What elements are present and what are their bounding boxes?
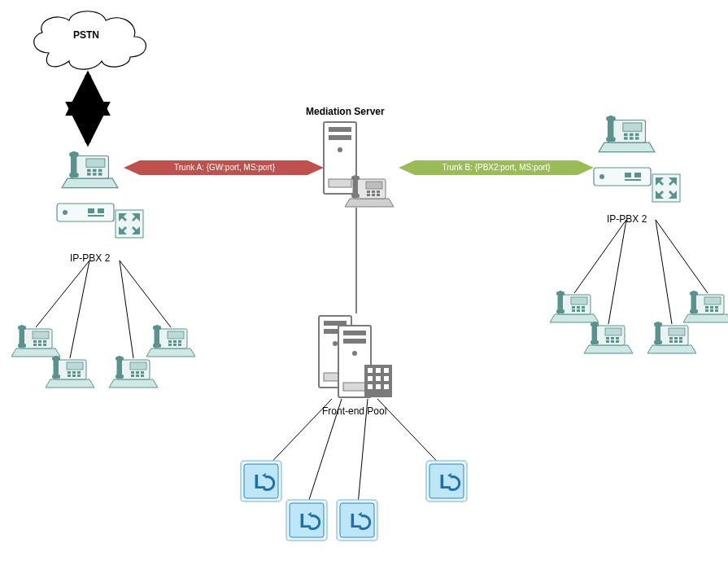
links-left-phones bbox=[36, 261, 171, 358]
svg-line-52 bbox=[656, 220, 672, 324]
frontend-pool bbox=[319, 316, 392, 397]
right-phone-group bbox=[550, 291, 728, 353]
frontend-label: Front-end Pool bbox=[322, 405, 386, 417]
trunk-b-label: Trunk B: {PBX2:port, MS:port} bbox=[421, 163, 571, 172]
svg-line-46 bbox=[36, 261, 89, 327]
pstn-label: PSTN bbox=[73, 29, 99, 41]
mediation-server bbox=[324, 122, 394, 207]
trunk-a-label: Trunk A: {GW:port, MS:port} bbox=[153, 163, 296, 172]
ippbx-right-label: IP-PBX 2 bbox=[607, 213, 647, 225]
topology-diagram: L bbox=[0, 0, 728, 565]
svg-line-51 bbox=[608, 220, 626, 324]
mediation-label: Mediation Server bbox=[306, 106, 385, 117]
ippbx-left bbox=[57, 151, 143, 238]
lync-clients bbox=[241, 461, 467, 541]
svg-line-50 bbox=[574, 220, 626, 293]
links-right-phones bbox=[574, 220, 708, 324]
svg-line-53 bbox=[656, 220, 708, 293]
ippbx-left-label: IP-PBX 2 bbox=[70, 252, 110, 264]
svg-line-47 bbox=[70, 261, 89, 358]
ippbx-right bbox=[594, 116, 680, 202]
left-phone-group bbox=[11, 325, 195, 388]
